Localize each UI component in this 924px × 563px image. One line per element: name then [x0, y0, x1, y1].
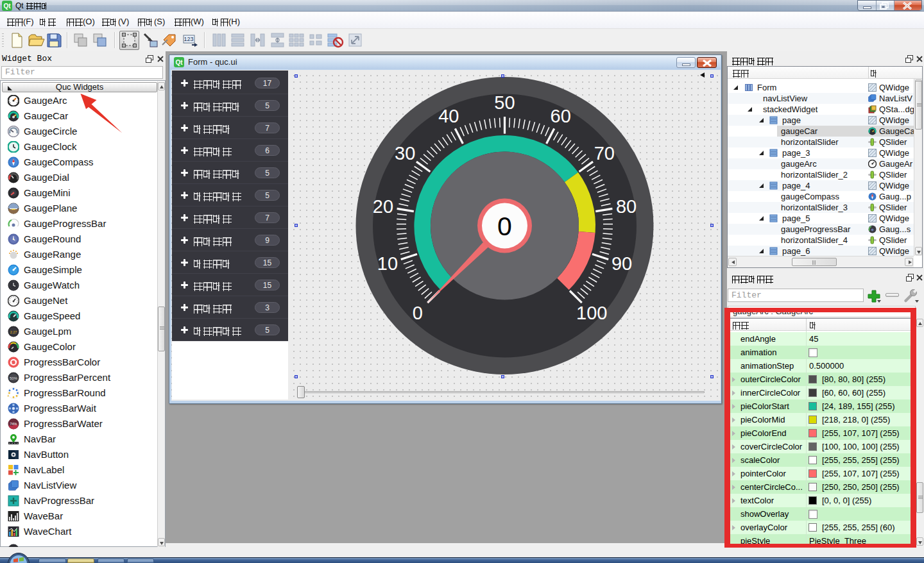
svg-text:50: 50	[494, 92, 515, 113]
svg-text:0: 0	[413, 303, 423, 323]
svg-text:60: 60	[551, 106, 571, 126]
svg-text:40: 40	[438, 106, 459, 126]
svg-text:90: 90	[612, 253, 632, 274]
svg-text:0: 0	[497, 212, 512, 241]
svg-text:50%: 50%	[10, 376, 18, 380]
svg-text:20: 20	[373, 196, 393, 217]
svg-text:10: 10	[377, 253, 398, 274]
svg-text:Qt: Qt	[175, 59, 183, 66]
svg-text:80: 80	[616, 196, 637, 217]
svg-text:70: 70	[594, 143, 615, 164]
svg-text:123: 123	[184, 36, 193, 42]
svg-text:100: 100	[576, 303, 607, 323]
svg-text:2.27: 2.27	[10, 330, 17, 334]
svg-text:30: 30	[395, 143, 415, 164]
svg-text:74%: 74%	[10, 422, 17, 426]
svg-text:Qt: Qt	[3, 3, 11, 10]
